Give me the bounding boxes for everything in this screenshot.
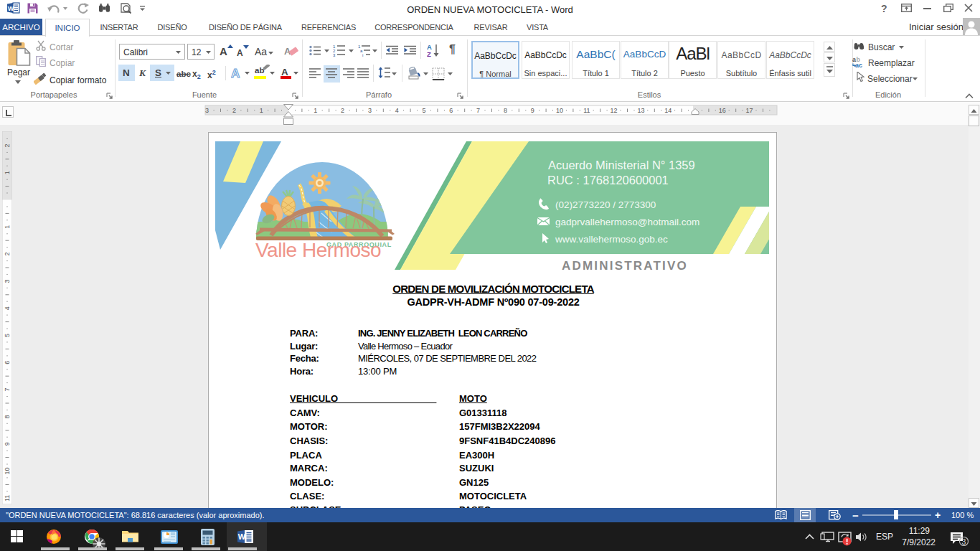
- svg-text:3: 3: [962, 537, 966, 546]
- svg-text:A: A: [231, 67, 240, 80]
- svg-text:7: 7: [4, 388, 11, 392]
- svg-text:8: 8: [4, 415, 11, 418]
- svg-text:4: 4: [395, 107, 399, 114]
- svg-text:ac: ac: [855, 62, 862, 67]
- svg-text:10: 10: [4, 467, 11, 474]
- svg-text:4: 4: [4, 306, 11, 310]
- svg-text:9: 9: [531, 107, 534, 114]
- svg-text:9: 9: [4, 442, 11, 446]
- svg-text:16: 16: [719, 107, 726, 114]
- svg-text:11: 11: [4, 495, 11, 501]
- svg-text:1: 1: [260, 107, 263, 114]
- svg-text:Z: Z: [427, 50, 431, 57]
- svg-text:3: 3: [4, 279, 11, 283]
- svg-text:3: 3: [333, 53, 336, 57]
- svg-text:ADMINISTRATIVO: ADMINISTRATIVO: [562, 259, 688, 272]
- svg-text:3: 3: [205, 107, 209, 114]
- svg-text:8: 8: [504, 107, 507, 114]
- svg-text:13: 13: [637, 107, 644, 114]
- svg-text:17: 17: [746, 107, 753, 114]
- svg-text:6: 6: [4, 361, 11, 364]
- svg-text:www.vallehermoso.gob.ec: www.vallehermoso.gob.ec: [555, 234, 668, 245]
- svg-text:5: 5: [4, 334, 11, 337]
- svg-text:6: 6: [449, 107, 453, 114]
- svg-text:1: 1: [4, 225, 11, 229]
- svg-text:(02)2773220 / 2773300: (02)2773220 / 2773300: [555, 199, 656, 210]
- svg-text:Valle Hermoso: Valle Hermoso: [255, 239, 381, 261]
- svg-text:2: 2: [4, 143, 11, 147]
- svg-text:RUC : 1768120600001: RUC : 1768120600001: [547, 174, 669, 187]
- svg-text:Acuerdo Ministerial N° 1359: Acuerdo Ministerial N° 1359: [548, 159, 695, 171]
- svg-text:1: 1: [314, 107, 317, 114]
- svg-text:7: 7: [476, 107, 480, 114]
- svg-text:2: 2: [4, 253, 11, 256]
- svg-text:2: 2: [232, 107, 236, 114]
- svg-text:11: 11: [583, 107, 590, 114]
- svg-text:1: 1: [4, 171, 11, 174]
- svg-text:3: 3: [368, 107, 372, 114]
- svg-text:i: i: [362, 53, 363, 57]
- svg-text:10: 10: [556, 107, 563, 114]
- svg-text:2: 2: [341, 107, 344, 114]
- svg-text:14: 14: [664, 107, 672, 114]
- svg-text:5: 5: [422, 107, 425, 114]
- svg-text:W: W: [238, 532, 246, 541]
- svg-text:gadprvallehermoso@hotmail.com: gadprvallehermoso@hotmail.com: [555, 217, 699, 227]
- svg-text:12: 12: [611, 107, 618, 114]
